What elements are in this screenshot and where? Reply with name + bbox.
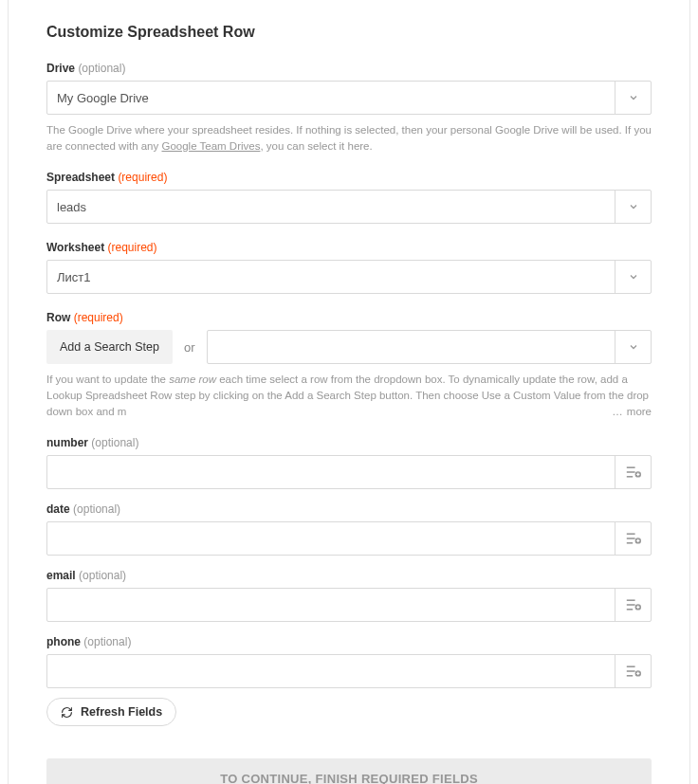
spreadsheet-chevron[interactable] — [615, 191, 651, 223]
date-input[interactable] — [46, 521, 652, 556]
number-label: number (optional) — [46, 436, 652, 449]
insert-data-button[interactable] — [615, 589, 651, 621]
row-select[interactable] — [207, 330, 652, 364]
phone-label: phone (optional) — [46, 635, 652, 648]
field-worksheet: Worksheet (required) Лист1 — [46, 241, 652, 294]
field-email: email (optional) — [46, 569, 652, 622]
chevron-down-icon — [628, 271, 639, 283]
spreadsheet-select[interactable]: leads — [46, 190, 652, 224]
field-date: date (optional) — [46, 502, 652, 556]
chevron-down-icon — [628, 92, 639, 103]
refresh-icon — [61, 706, 73, 719]
date-label: date (optional) — [46, 502, 652, 516]
drive-select[interactable]: My Google Drive — [46, 81, 652, 115]
worksheet-label: Worksheet (required) — [46, 241, 652, 254]
email-label: email (optional) — [46, 569, 652, 582]
insert-data-button[interactable] — [615, 655, 651, 687]
drive-value: My Google Drive — [47, 82, 615, 114]
row-label: Row (required) — [46, 311, 652, 324]
number-input[interactable] — [46, 455, 652, 489]
insert-list-icon — [626, 532, 641, 545]
insert-list-icon — [626, 598, 641, 611]
field-number: number (optional) — [46, 436, 652, 489]
customize-row-panel: Customize Spreadsheet Row Drive (optiona… — [8, 0, 690, 784]
row-chevron[interactable] — [615, 331, 651, 363]
field-row: Row (required) Add a Search Step or If y… — [46, 311, 652, 419]
spreadsheet-value: leads — [47, 191, 615, 223]
chevron-down-icon — [628, 341, 639, 353]
drive-chevron[interactable] — [615, 82, 651, 114]
insert-data-button[interactable] — [615, 522, 651, 555]
more-toggle[interactable]: …more — [608, 404, 652, 420]
page-title: Customize Spreadsheet Row — [46, 24, 652, 41]
worksheet-value: Лист1 — [47, 261, 615, 293]
field-spreadsheet: Spreadsheet (required) leads — [46, 171, 652, 224]
field-phone: phone (optional) — [46, 635, 652, 688]
drive-label: Drive (optional) — [46, 62, 652, 75]
continue-button: To Continue, Finish Required Fields — [46, 758, 652, 784]
insert-data-button[interactable] — [615, 456, 651, 488]
insert-list-icon — [626, 665, 641, 678]
row-value — [208, 331, 615, 363]
field-drive: Drive (optional) My Google Drive The Goo… — [46, 62, 652, 154]
or-text: or — [184, 340, 195, 355]
refresh-fields-button[interactable]: Refresh Fields — [46, 698, 176, 726]
worksheet-select[interactable]: Лист1 — [46, 260, 652, 294]
team-drives-link[interactable]: Google Team Drives — [161, 140, 260, 152]
email-input[interactable] — [46, 588, 652, 622]
chevron-down-icon — [628, 201, 639, 212]
worksheet-chevron[interactable] — [615, 261, 651, 293]
add-search-step-button[interactable]: Add a Search Step — [46, 330, 173, 364]
drive-help: The Google Drive where your spreadsheet … — [46, 122, 652, 154]
phone-input[interactable] — [46, 654, 652, 688]
spreadsheet-label: Spreadsheet (required) — [46, 171, 652, 184]
row-help: If you want to update the same row each … — [46, 372, 652, 419]
insert-list-icon — [626, 465, 641, 479]
